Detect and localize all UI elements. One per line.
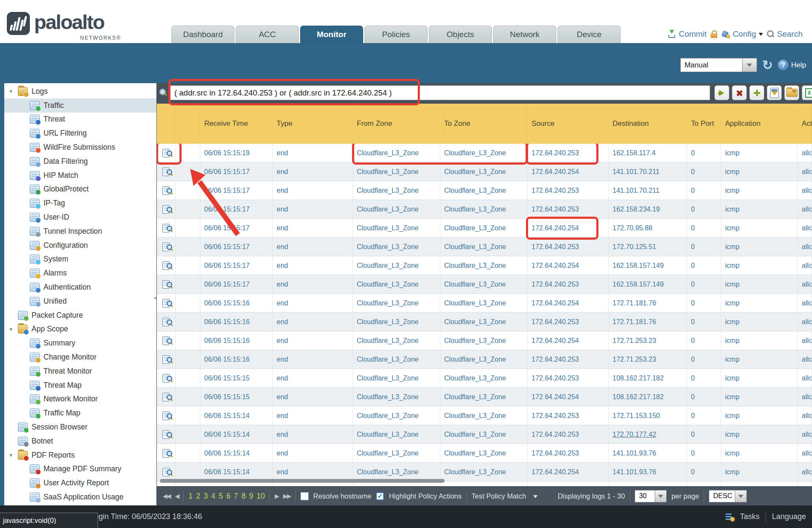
refresh-interval-dropdown-button[interactable] [743, 58, 757, 72]
sidebar-item-data-filtering[interactable]: Data Filtering [4, 154, 156, 168]
col-receive-time[interactable]: Receive Time [200, 104, 273, 144]
page-number-5[interactable]: 5 [219, 492, 223, 501]
per-page-dropdown-button[interactable] [655, 490, 667, 502]
page-number-6[interactable]: 6 [226, 492, 231, 501]
page-number-7[interactable]: 7 [234, 492, 238, 501]
filter-query-input[interactable] [170, 85, 710, 100]
sidebar-item-packet-capture[interactable]: Packet Capture [4, 308, 156, 322]
page-number-2[interactable]: 2 [196, 492, 200, 501]
sidebar-item-ip-tag[interactable]: IP-Tag [4, 196, 156, 210]
col-action[interactable]: Action [798, 104, 812, 144]
tab-acc[interactable]: ACC [236, 26, 299, 43]
search-button[interactable]: Search [767, 29, 803, 39]
test-policy-match-button[interactable]: Test Policy Match [471, 492, 526, 500]
log-detail-button[interactable] [157, 425, 176, 444]
log-detail-button[interactable] [157, 162, 176, 181]
help-button[interactable]: ? Help [778, 60, 806, 70]
clear-filter-button[interactable] [732, 85, 747, 100]
refresh-icon[interactable]: ↻ [762, 59, 773, 72]
tree-expander-icon[interactable]: ▼ [4, 89, 18, 94]
tab-network[interactable]: Network [493, 26, 556, 43]
log-detail-button[interactable] [157, 313, 176, 331]
log-detail-button[interactable] [157, 181, 176, 200]
sidebar-item-app-scope[interactable]: ▼ App Scope [4, 322, 156, 337]
per-page-select[interactable]: 30 [635, 490, 667, 502]
config-menu-button[interactable]: Config [722, 29, 763, 39]
sidebar-item-url-filtering[interactable]: URL Filtering [4, 126, 156, 140]
sidebar-item-summary[interactable]: Summary [4, 336, 156, 350]
apply-filter-button[interactable] [714, 85, 729, 100]
sidebar-item-user-id[interactable]: User-ID [4, 210, 156, 224]
log-detail-button[interactable] [157, 369, 176, 387]
sidebar-item-system[interactable]: System [4, 252, 156, 267]
sidebar-item-session-browser[interactable]: Session Browser [4, 420, 156, 434]
tasks-button[interactable]: Tasks [740, 512, 760, 521]
col-source[interactable]: Source [528, 104, 609, 144]
refresh-interval-select[interactable]: Manual [680, 58, 757, 72]
tree-expander-icon[interactable]: ▼ [4, 453, 18, 458]
filter-builder-button[interactable] [767, 85, 782, 100]
export-csv-button[interactable]: X [802, 85, 812, 100]
sort-order-dropdown-button[interactable] [735, 490, 747, 502]
commit-button[interactable]: Commit [668, 29, 706, 39]
log-detail-button[interactable] [157, 219, 176, 237]
sidebar-item-traffic-map[interactable]: Traffic Map [4, 406, 156, 420]
add-filter-button[interactable] [749, 85, 764, 100]
sidebar-item-user-activity-report[interactable]: User Activity Report [4, 476, 156, 490]
sidebar-item-tunnel-inspection[interactable]: Tunnel Inspection [4, 224, 156, 238]
last-page-button[interactable]: ▶▶ [283, 493, 291, 499]
col-type[interactable]: Type [273, 104, 353, 144]
sidebar-item-manage-pdf-summary[interactable]: Manage PDF Summary [4, 462, 156, 476]
sidebar-item-threat[interactable]: Threat [4, 113, 156, 127]
sidebar-item-saas-application-usage[interactable]: SaaS Application Usage [4, 490, 156, 504]
log-detail-button[interactable] [157, 256, 176, 275]
log-detail-button[interactable] [157, 350, 176, 368]
col-destination[interactable]: Destination [609, 104, 687, 144]
resolve-hostname-checkbox[interactable] [301, 492, 309, 500]
sidebar-item-logs[interactable]: ▼ Logs [4, 84, 156, 99]
sidebar-item-configuration[interactable]: Configuration [4, 238, 156, 252]
tab-objects[interactable]: Objects [429, 26, 492, 43]
page-number-10[interactable]: 10 [257, 492, 265, 501]
sidebar-item-traffic[interactable]: Traffic [4, 99, 156, 113]
col-to-zone[interactable]: To Zone [440, 104, 528, 144]
prev-page-button[interactable]: ◀ [175, 493, 179, 499]
page-number-9[interactable]: 9 [249, 492, 253, 501]
log-detail-button[interactable] [157, 294, 176, 312]
sidebar-item-wildfire-submissions[interactable]: WildFire Submissions [4, 140, 156, 154]
sidebar-item-pdf-reports[interactable]: ▼ PDF Reports [4, 448, 156, 462]
log-detail-button[interactable] [157, 144, 176, 162]
sidebar-item-threat-map[interactable]: Threat Map [4, 378, 156, 392]
tab-monitor[interactable]: Monitor [300, 26, 363, 43]
language-button[interactable]: Language [772, 512, 806, 521]
sidebar-item-change-monitor[interactable]: Change Monitor [4, 350, 156, 364]
tab-policies[interactable]: Policies [364, 26, 428, 43]
log-detail-button[interactable] [157, 238, 176, 256]
first-page-button[interactable]: ◀◀ [163, 493, 170, 499]
page-number-8[interactable]: 8 [241, 492, 246, 501]
load-filter-button[interactable] [784, 85, 799, 100]
sidebar-item-network-monitor[interactable]: Network Monitor [4, 392, 156, 406]
sort-order-select[interactable]: DESC [709, 490, 747, 502]
tree-expander-icon[interactable]: ▼ [4, 327, 18, 332]
lock-icon[interactable] [711, 30, 718, 38]
sidebar-item-unified[interactable]: Unified [4, 294, 156, 308]
sidebar-item-authentication[interactable]: Authentication [4, 280, 156, 294]
log-detail-button[interactable] [157, 463, 176, 481]
col-to-port[interactable]: To Port [687, 104, 721, 144]
sidebar-item-threat-monitor[interactable]: Threat Monitor [4, 364, 156, 378]
page-number-4[interactable]: 4 [211, 492, 216, 501]
sidebar-item-botnet[interactable]: Botnet [4, 434, 156, 448]
sidebar-item-globalprotect[interactable]: GlobalProtect [4, 183, 156, 197]
highlight-policy-checkbox[interactable]: ✓ [376, 492, 384, 500]
log-detail-button[interactable] [157, 331, 176, 350]
log-detail-button[interactable] [157, 406, 176, 425]
log-detail-button[interactable] [157, 275, 176, 293]
horizontal-scrollbar[interactable] [160, 479, 445, 483]
next-page-button[interactable]: ▶ [275, 493, 278, 499]
tab-dashboard[interactable]: Dashboard [171, 26, 234, 43]
tab-device[interactable]: Device [558, 26, 621, 43]
log-detail-button[interactable] [157, 200, 176, 218]
col-from-zone[interactable]: From Zone [353, 104, 440, 144]
page-number-3[interactable]: 3 [204, 492, 208, 501]
